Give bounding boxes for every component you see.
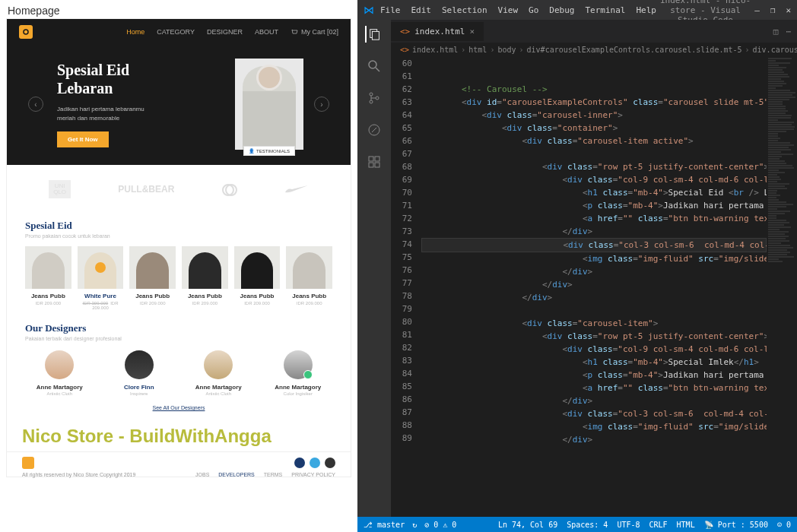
debug-icon[interactable]: [366, 122, 383, 138]
project-title: Nico Store - BuildWithAngga: [7, 416, 351, 451]
minimize-button[interactable]: —: [754, 5, 760, 15]
footer-logo: [22, 457, 34, 469]
product-price: IDR 209.000: [129, 301, 176, 306]
designer-avatar: [284, 350, 313, 379]
cart-button[interactable]: My Cart [02]: [291, 28, 338, 36]
product-card[interactable]: White Pure IDR 309.000IDR 209.000: [78, 246, 124, 310]
designer-role: Color Ingisiker: [264, 391, 333, 396]
svg-rect-13: [375, 163, 379, 167]
section-subtitle: Promo pakaian cocok untuk lebaran: [25, 233, 332, 239]
menu-debug[interactable]: Debug: [549, 5, 574, 15]
source-control-icon[interactable]: [366, 90, 383, 106]
explorer-icon[interactable]: [365, 26, 382, 43]
extensions-icon[interactable]: [366, 154, 383, 170]
designer-card[interactable]: Anne Martagory Color Ingisiker: [264, 350, 333, 396]
indentation[interactable]: Spaces: 4: [567, 521, 608, 529]
search-icon[interactable]: [366, 58, 383, 74]
svg-point-3: [369, 61, 376, 68]
nav-about[interactable]: ABOUT: [255, 28, 278, 36]
product-image: [78, 246, 124, 289]
facebook-icon[interactable]: [294, 458, 305, 468]
live-server-port[interactable]: 📡 Port : 5500: [704, 521, 768, 529]
product-card[interactable]: Jeans Pubb IDR 209.000: [234, 246, 281, 310]
carousel-next-button[interactable]: ›: [314, 97, 329, 112]
designer-name: Anne Martagory: [184, 384, 253, 391]
carousel-prev-button[interactable]: ‹: [28, 97, 43, 112]
eol[interactable]: CRLF: [649, 521, 667, 529]
menu-file[interactable]: File: [380, 5, 401, 15]
cursor-position[interactable]: Ln 74, Col 69: [498, 521, 557, 529]
svg-rect-11: [375, 157, 379, 161]
product-card[interactable]: Jeans Pubb IDR 209.000: [182, 246, 228, 310]
copyright-text: All rights reserved by Nico Store Copyri…: [22, 472, 135, 477]
hero-cta-button[interactable]: Get It Now: [57, 131, 109, 147]
product-card[interactable]: Jeans Pubb IDR 209.000: [129, 246, 176, 310]
footer-developers[interactable]: DEVELOPERS: [218, 472, 254, 477]
activity-bar: [357, 20, 391, 517]
language-mode[interactable]: HTML: [677, 521, 695, 529]
split-editor-icon[interactable]: ◫: [773, 27, 779, 36]
designer-card[interactable]: Clore Finn Inspirere: [105, 350, 174, 396]
code-content[interactable]: <!-- Carousel --> <div id="carouselExamp…: [421, 57, 767, 517]
product-name: Jeans Pubb: [286, 293, 332, 299]
sync-icon[interactable]: ↻: [412, 521, 417, 529]
hero-subtitle: Jadikan hari pertama lebaranmu meriah da…: [57, 105, 164, 122]
designers-section: Our Designers Pakaian terbaik dari desig…: [7, 316, 351, 416]
line-gutter: 6061626364656667686970717273747576777879…: [391, 57, 421, 517]
product-card[interactable]: Jeans Pubb IDR 209.000: [286, 246, 332, 310]
maximize-button[interactable]: ❐: [770, 5, 776, 15]
footer-jobs[interactable]: JOBS: [195, 472, 209, 477]
designer-name: Clore Finn: [105, 384, 174, 391]
svg-rect-2: [372, 31, 379, 40]
footer-privacy[interactable]: PRIVACY POLICY: [291, 472, 335, 477]
brand-pullbear: PULL&BEAR: [118, 184, 174, 195]
menu-bar[interactable]: FileEditSelectionViewGoDebugTerminalHelp: [380, 5, 656, 15]
product-name: White Pure: [78, 293, 124, 299]
designer-card[interactable]: Anne Martagory Artistic Cloth: [184, 350, 253, 396]
minimap[interactable]: [767, 57, 797, 517]
menu-help[interactable]: Help: [636, 5, 656, 15]
user-icon: 👤: [249, 148, 254, 154]
see-all-designers-link[interactable]: See All Our Designers: [25, 405, 332, 410]
git-branch[interactable]: ⎇ master: [364, 521, 405, 529]
svg-point-6: [370, 100, 373, 103]
menu-view[interactable]: View: [498, 5, 519, 15]
more-actions-icon[interactable]: ⋯: [786, 27, 791, 36]
nav-home[interactable]: Home: [126, 28, 144, 36]
breadcrumbs[interactable]: <> index.html› html› body› div#carouselE…: [391, 43, 797, 57]
product-price: IDR 309.000IDR 209.000: [78, 301, 124, 310]
product-image: [129, 246, 176, 289]
product-card[interactable]: Jeans Pubb IDR 209.000: [25, 246, 71, 310]
website-frame: Home CATEGORY DESIGNER ABOUT My Cart [02…: [6, 18, 351, 477]
testimonials-badge[interactable]: 👤TESTIMONIALS: [243, 146, 295, 156]
footer-terms[interactable]: TERMS: [264, 472, 283, 477]
hero-title: Spesial EidLebaran: [57, 61, 221, 97]
close-tab-icon[interactable]: ×: [469, 27, 475, 36]
twitter-icon[interactable]: [310, 458, 320, 468]
close-button[interactable]: ✕: [786, 5, 791, 15]
product-image: [286, 246, 332, 289]
brand-strip: UNI QLO PULL&BEAR: [7, 165, 351, 214]
designer-card[interactable]: Anne Martagory Artistic Cloth: [25, 350, 94, 396]
designer-role: Artistic Cloth: [25, 391, 94, 396]
nav-designer[interactable]: DESIGNER: [207, 28, 243, 36]
nav-category[interactable]: CATEGORY: [157, 28, 195, 36]
hero-image: [235, 59, 303, 150]
site-logo[interactable]: [19, 25, 33, 39]
feedback[interactable]: ☺ 0: [777, 521, 791, 529]
code-editor[interactable]: 6061626364656667686970717273747576777879…: [391, 57, 797, 517]
svg-rect-10: [369, 157, 373, 161]
menu-go[interactable]: Go: [529, 5, 538, 15]
designer-avatar: [45, 350, 74, 379]
svg-line-4: [376, 68, 379, 71]
tab-index-html[interactable]: <> index.html ×: [391, 22, 484, 41]
instagram-icon[interactable]: [325, 458, 335, 468]
menu-edit[interactable]: Edit: [411, 5, 432, 15]
product-image: [25, 246, 71, 289]
menu-terminal[interactable]: Terminal: [585, 5, 625, 15]
hero-carousel: ‹ Spesial EidLebaran Jadikan hari pertam…: [7, 45, 351, 165]
product-name: Jeans Pubb: [129, 293, 176, 299]
problems[interactable]: ⊘ 0 ⚠ 0: [424, 521, 456, 529]
encoding[interactable]: UTF-8: [617, 521, 640, 529]
menu-selection[interactable]: Selection: [442, 5, 487, 15]
